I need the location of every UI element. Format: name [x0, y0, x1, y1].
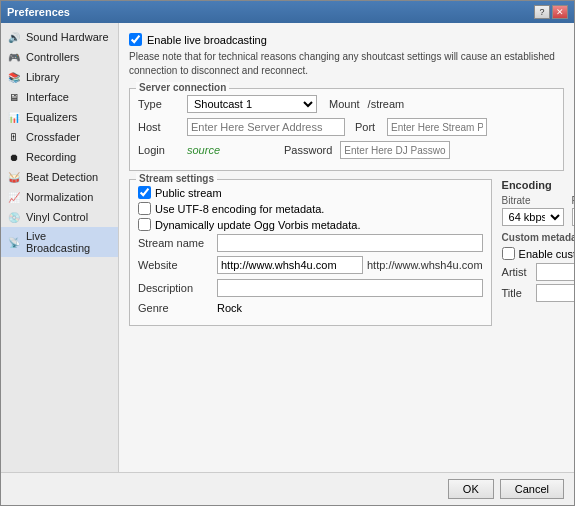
sidebar-item-label: Interface: [26, 91, 69, 103]
password-input[interactable]: [340, 141, 450, 159]
ok-button[interactable]: OK: [448, 479, 494, 499]
enable-row: Enable live broadcasting: [129, 33, 564, 46]
encoding-controls: 64 kbps 32 kbps 128 kbps MP3 AAC OGG Ste…: [502, 208, 574, 226]
sidebar-item-label: Vinyl Control: [26, 211, 88, 223]
enable-custom-metadata-label: Enable custom metadata: [519, 248, 574, 260]
sidebar: 🔊 Sound Hardware 🎮 Controllers 📚 Library…: [1, 23, 119, 472]
sidebar-item-equalizers[interactable]: 📊 Equalizers: [1, 107, 118, 127]
ogg-checkbox[interactable]: [138, 218, 151, 231]
title-bar-buttons: ? ✕: [534, 5, 568, 19]
enable-custom-metadata-checkbox[interactable]: [502, 247, 515, 260]
website-value: http://www.whsh4u.com: [367, 259, 483, 271]
description-input[interactable]: [217, 279, 483, 297]
sidebar-item-beat-detection[interactable]: 🥁 Beat Detection: [1, 167, 118, 187]
sidebar-item-recording[interactable]: ⏺ Recording: [1, 147, 118, 167]
type-row: Type Shoutcast 1 Shoutcast 2 Icecast Mou…: [138, 95, 555, 113]
crossfader-icon: 🎚: [7, 130, 21, 144]
encoding-title: Encoding: [502, 179, 574, 191]
public-stream-label: Public stream: [155, 187, 222, 199]
sidebar-item-label: Controllers: [26, 51, 79, 63]
login-row: Login source Password: [138, 141, 555, 159]
sidebar-item-label: Sound Hardware: [26, 31, 109, 43]
controllers-icon: 🎮: [7, 50, 21, 64]
sidebar-item-interface[interactable]: 🖥 Interface: [1, 87, 118, 107]
close-button[interactable]: ✕: [552, 5, 568, 19]
public-stream-row: Public stream: [138, 186, 483, 199]
genre-label: Genre: [138, 302, 213, 314]
enable-label: Enable live broadcasting: [147, 34, 267, 46]
format-header: Format: [572, 195, 574, 206]
port-label: Port: [355, 121, 383, 133]
sidebar-item-normalization[interactable]: 📈 Normalization: [1, 187, 118, 207]
sidebar-item-vinyl-control[interactable]: 💿 Vinyl Control: [1, 207, 118, 227]
enable-checkbox[interactable]: [129, 33, 142, 46]
sidebar-item-label: Crossfader: [26, 131, 80, 143]
bitrate-select[interactable]: 64 kbps 32 kbps 128 kbps: [502, 208, 564, 226]
content-area: 🔊 Sound Hardware 🎮 Controllers 📚 Library…: [1, 23, 574, 472]
vinyl-control-icon: 💿: [7, 210, 21, 224]
artist-row: Artist: [502, 263, 574, 281]
stream-name-label: Stream name: [138, 237, 213, 249]
footer: OK Cancel: [1, 472, 574, 505]
server-connection-label: Server connection: [136, 82, 229, 93]
stream-name-input[interactable]: [217, 234, 483, 252]
title-label: Title: [502, 287, 532, 299]
bitrate-header: Bitrate: [502, 195, 564, 206]
format-select[interactable]: MP3 AAC OGG: [572, 208, 574, 226]
utf8-checkbox[interactable]: [138, 202, 151, 215]
public-stream-checkbox[interactable]: [138, 186, 151, 199]
sidebar-item-label: Live Broadcasting: [26, 230, 112, 254]
title-bar: Preferences ? ✕: [1, 1, 574, 23]
sidebar-item-label: Library: [26, 71, 60, 83]
artist-input[interactable]: [536, 263, 574, 281]
stream-settings-group: Stream settings Public stream Use UTF-8 …: [129, 179, 492, 326]
title-input[interactable]: [536, 284, 574, 302]
beat-detection-icon: 🥁: [7, 170, 21, 184]
port-input[interactable]: [387, 118, 487, 136]
interface-icon: 🖥: [7, 90, 21, 104]
genre-value: Rock: [217, 302, 242, 314]
stream-name-row: Stream name: [138, 234, 483, 252]
sidebar-item-crossfader[interactable]: 🎚 Crossfader: [1, 127, 118, 147]
utf8-label: Use UTF-8 encoding for metadata.: [155, 203, 324, 215]
custom-metadata-section: Custom metadata Enable custom metadata A…: [502, 232, 574, 302]
window-title: Preferences: [7, 6, 70, 18]
website-input[interactable]: [217, 256, 363, 274]
stream-settings-section: Stream settings Public stream Use UTF-8 …: [129, 179, 492, 334]
cancel-button[interactable]: Cancel: [500, 479, 564, 499]
artist-label: Artist: [502, 266, 532, 278]
mount-label: Mount: [329, 98, 360, 110]
sidebar-item-label: Equalizers: [26, 111, 77, 123]
encoding-section: Encoding Bitrate Format Channels 64 kbps…: [502, 179, 574, 334]
type-label: Type: [138, 98, 183, 110]
sidebar-item-live-broadcasting[interactable]: 📡 Live Broadcasting: [1, 227, 118, 257]
sidebar-item-controllers[interactable]: 🎮 Controllers: [1, 47, 118, 67]
login-label: Login: [138, 144, 183, 156]
host-input[interactable]: [187, 118, 345, 136]
sidebar-item-label: Beat Detection: [26, 171, 98, 183]
library-icon: 📚: [7, 70, 21, 84]
sidebar-item-library[interactable]: 📚 Library: [1, 67, 118, 87]
sidebar-item-sound-hardware[interactable]: 🔊 Sound Hardware: [1, 27, 118, 47]
mount-value: /stream: [368, 98, 405, 110]
title-row: Title: [502, 284, 574, 302]
password-label: Password: [284, 144, 332, 156]
sidebar-item-label: Recording: [26, 151, 76, 163]
info-text: Please note that for technical reasons c…: [129, 50, 564, 78]
type-select[interactable]: Shoutcast 1 Shoutcast 2 Icecast: [187, 95, 317, 113]
host-label: Host: [138, 121, 183, 133]
enable-custom-metadata-row: Enable custom metadata: [502, 247, 574, 260]
website-label: Website: [138, 259, 213, 271]
stream-settings-label: Stream settings: [136, 173, 217, 184]
server-connection-group: Server connection Type Shoutcast 1 Shout…: [129, 88, 564, 171]
description-row: Description: [138, 279, 483, 297]
recording-icon: ⏺: [7, 150, 21, 164]
equalizers-icon: 📊: [7, 110, 21, 124]
normalization-icon: 📈: [7, 190, 21, 204]
utf8-row: Use UTF-8 encoding for metadata.: [138, 202, 483, 215]
sidebar-item-label: Normalization: [26, 191, 93, 203]
main-panel: Enable live broadcasting Please note tha…: [119, 23, 574, 472]
help-button[interactable]: ?: [534, 5, 550, 19]
custom-metadata-title: Custom metadata: [502, 232, 574, 243]
ogg-row: Dynamically update Ogg Vorbis metadata.: [138, 218, 483, 231]
